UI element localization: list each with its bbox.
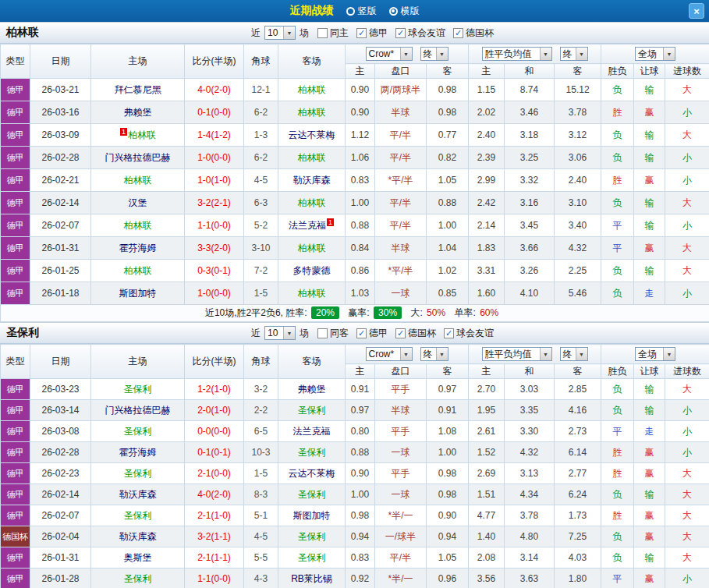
ah-final-select[interactable]: 终 ▼	[420, 347, 448, 361]
home-team-cell[interactable]: 霍芬海姆	[91, 237, 185, 260]
home-team-cell[interactable]: 圣保利	[91, 379, 185, 400]
away-team-cell[interactable]: 勒沃库森	[278, 169, 346, 192]
team-link[interactable]: 柏林联	[298, 107, 326, 118]
checkbox-checked-icon[interactable]: ✓	[444, 328, 454, 338]
scope-select[interactable]: 全场 ▼	[635, 47, 675, 61]
games-count-select[interactable]: 10 ▼	[264, 26, 296, 40]
home-team-cell[interactable]: 奥斯堡	[91, 547, 185, 569]
team-link[interactable]: 柏林联	[298, 197, 326, 208]
checkbox-unchecked-icon[interactable]	[317, 28, 328, 38]
scope-select[interactable]: 全场 ▼	[635, 347, 675, 361]
away-team-cell[interactable]: 柏林联	[278, 192, 346, 214]
filter-checkbox-德甲[interactable]: ✓德甲	[356, 27, 388, 40]
games-count-select[interactable]: 10 ▼	[264, 326, 296, 340]
home-team-cell[interactable]: 拜仁慕尼黑	[91, 79, 185, 101]
home-team-cell[interactable]: 斯图加特	[91, 282, 185, 305]
home-team-cell[interactable]: 霍芬海姆	[91, 442, 185, 463]
away-team-cell[interactable]: 圣保利	[278, 400, 346, 421]
team-link[interactable]: 柏林联	[128, 129, 156, 140]
checkbox-unchecked-icon[interactable]	[317, 328, 328, 338]
avg-final-select[interactable]: 终 ▼	[560, 47, 588, 61]
away-team-cell[interactable]: 圣保利	[278, 547, 346, 569]
team-link[interactable]: 柏林联	[124, 175, 152, 186]
home-team-cell[interactable]: 勒沃库森	[91, 484, 185, 505]
home-team-cell[interactable]: 门兴格拉德巴赫	[91, 400, 185, 421]
away-team-cell[interactable]: 圣保利	[278, 484, 346, 505]
radio-selected-icon[interactable]	[389, 7, 398, 16]
team-link[interactable]: 法兰克福	[289, 220, 326, 231]
home-team-cell[interactable]: 柏林联	[91, 169, 185, 192]
home-team-cell[interactable]: 弗赖堡	[91, 101, 185, 124]
team-link[interactable]: 奥斯堡	[124, 552, 152, 563]
home-team-cell[interactable]: 汉堡	[91, 192, 185, 214]
team-link[interactable]: 圣保利	[124, 468, 152, 479]
team-link[interactable]: RB莱比锡	[291, 573, 332, 584]
home-team-cell[interactable]: 圣保利	[91, 421, 185, 442]
ah-final-select[interactable]: 终 ▼	[420, 47, 448, 61]
away-team-cell[interactable]: 云达不莱梅	[278, 124, 346, 147]
team-link[interactable]: 门兴格拉德巴赫	[105, 405, 171, 416]
checkbox-checked-icon[interactable]: ✓	[356, 328, 367, 338]
avg-odds-select[interactable]: 胜平负均值 ▼	[482, 347, 552, 361]
team-link[interactable]: 汉堡	[129, 197, 147, 208]
away-team-cell[interactable]: 法兰克福	[278, 421, 346, 442]
away-team-cell[interactable]: 柏林联	[278, 147, 346, 169]
team-link[interactable]: 圣保利	[298, 405, 326, 416]
team-link[interactable]: 勒沃库森	[293, 175, 331, 186]
checkbox-checked-icon[interactable]: ✓	[395, 28, 406, 38]
away-team-cell[interactable]: 斯图加特	[278, 505, 346, 526]
filter-checkbox-德甲[interactable]: ✓德甲	[356, 327, 388, 340]
filter-checkbox-球会友谊[interactable]: ✓球会友谊	[444, 327, 494, 340]
away-team-cell[interactable]: 柏林联	[278, 282, 346, 305]
team-link[interactable]: 斯图加特	[119, 288, 157, 299]
team-link[interactable]: 弗赖堡	[298, 384, 326, 395]
away-team-cell[interactable]: 云达不莱梅	[278, 463, 346, 484]
avg-final-select[interactable]: 终 ▼	[560, 347, 588, 361]
checkbox-checked-icon[interactable]: ✓	[453, 28, 463, 38]
team-link[interactable]: 圣保利	[124, 510, 152, 521]
team-link[interactable]: 圣保利	[124, 573, 152, 584]
away-team-cell[interactable]: 弗赖堡	[278, 379, 346, 400]
home-team-cell[interactable]: 门兴格拉德巴赫	[91, 147, 185, 169]
away-team-cell[interactable]: 法兰克福1	[278, 214, 346, 237]
away-team-cell[interactable]: 多特蒙德	[278, 260, 346, 282]
team-link[interactable]: 柏林联	[298, 288, 326, 299]
team-link[interactable]: 云达不莱梅	[289, 129, 335, 140]
team-link[interactable]: 多特蒙德	[293, 265, 331, 276]
bookmaker-select[interactable]: Crow* ▼	[366, 47, 413, 61]
radio-unselected-icon[interactable]	[346, 7, 355, 16]
team-link[interactable]: 圣保利	[124, 384, 152, 395]
filter-checkbox-德国杯[interactable]: ✓德国杯	[395, 327, 436, 340]
team-link[interactable]: 圣保利	[298, 531, 326, 542]
away-team-cell[interactable]: 柏林联	[278, 237, 346, 260]
home-team-cell[interactable]: 圣保利	[91, 463, 185, 484]
team-link[interactable]: 霍芬海姆	[119, 243, 157, 253]
team-link[interactable]: 斯图加特	[293, 510, 331, 521]
home-team-cell[interactable]: 勒沃库森	[91, 526, 185, 547]
close-button[interactable]: ×	[689, 3, 704, 19]
checkbox-checked-icon[interactable]: ✓	[395, 328, 406, 338]
team-link[interactable]: 柏林联	[298, 243, 326, 253]
team-link[interactable]: 门兴格拉德巴赫	[105, 152, 171, 163]
home-team-cell[interactable]: 柏林联	[91, 214, 185, 237]
filter-checkbox-同主[interactable]: 同主	[317, 27, 349, 40]
away-team-cell[interactable]: 圣保利	[278, 442, 346, 463]
layout-radio-vertical[interactable]: 竖版	[346, 5, 377, 18]
filter-checkbox-德国杯[interactable]: ✓德国杯	[453, 27, 494, 40]
team-link[interactable]: 圣保利	[298, 447, 326, 458]
team-link[interactable]: 柏林联	[298, 84, 326, 95]
team-link[interactable]: 柏林联	[298, 152, 326, 163]
team-link[interactable]: 弗赖堡	[124, 107, 152, 118]
team-link[interactable]: 勒沃库森	[119, 489, 157, 500]
home-team-cell[interactable]: 柏林联	[91, 260, 185, 282]
avg-odds-select[interactable]: 胜平负均值 ▼	[482, 47, 552, 61]
layout-radio-horizontal[interactable]: 横版	[389, 5, 420, 18]
team-link[interactable]: 圣保利	[124, 426, 152, 437]
away-team-cell[interactable]: 柏林联	[278, 101, 346, 124]
team-link[interactable]: 圣保利	[298, 489, 326, 500]
team-link[interactable]: 法兰克福	[293, 426, 331, 437]
team-link[interactable]: 拜仁慕尼黑	[115, 84, 161, 95]
team-link[interactable]: 云达不莱梅	[289, 468, 335, 479]
checkbox-checked-icon[interactable]: ✓	[356, 28, 367, 38]
home-team-cell[interactable]: 1柏林联	[91, 124, 185, 147]
